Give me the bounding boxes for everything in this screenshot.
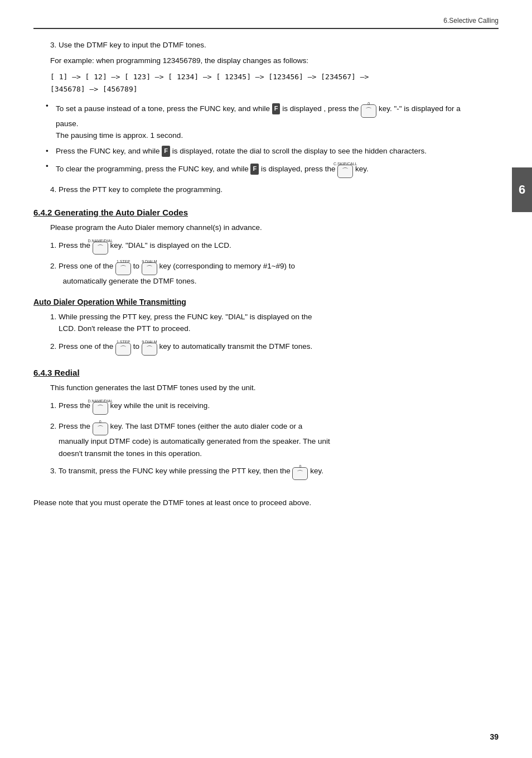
s643-key0b-wrapper: 0⌒ — [292, 467, 308, 480]
ad-dialm-wrapper: 9 DIALM⌒ — [142, 343, 157, 356]
s642-step1: 1. Press the D.NAME/DIAL⌒ key. "DIAL" is… — [33, 237, 476, 255]
cskipcall-top-label: C.SKIP/CALL — [333, 161, 357, 167]
page-header: 6.Selective Calling — [33, 17, 499, 29]
step1-wrapper: 1 STEP⌒ — [115, 262, 131, 275]
section-643-intro: This function generates the last DTMF to… — [33, 382, 476, 394]
s643-dname-label: D.NAME/DIAL — [88, 398, 113, 404]
auto-dialer-heading: Auto Dialer Operation While Transmitting — [33, 298, 476, 306]
s643-dname-wrapper: D.NAME/DIAL⌒ — [93, 402, 108, 415]
step1-btn: 1 STEP⌒ — [115, 262, 131, 275]
bullet2: Press the FUNC key, and while F is displ… — [33, 145, 476, 157]
main-content: 3. Use the DTMF key to input the DTMF to… — [33, 39, 499, 509]
s643-step1: 1. Press the D.NAME/DIAL⌒ key while the … — [33, 397, 476, 415]
ad-step1-wrapper: 1 STEP⌒ — [115, 343, 131, 356]
dialm-btn: 9 DIALM⌒ — [142, 262, 157, 275]
section-642-intro: Please program the Auto Dialer memory ch… — [33, 222, 476, 234]
section-643-heading: 6.4.3 Redial — [33, 368, 476, 377]
step3-example-intro: For example: when programming 123456789,… — [33, 55, 476, 67]
s643-key0-wrapper: 0⌒ — [93, 423, 108, 435]
page-container: 6.Selective Calling 6 3. Use the DTMF ke… — [0, 0, 532, 758]
ad-dialm-label: 9 DIALM — [142, 339, 157, 345]
note-text: Please note that you must operate the DT… — [33, 497, 476, 509]
func-icon-3: F — [250, 164, 259, 175]
ad-step2: 2. Press one of the 1 STEP⌒ to 9 DIALM⌒ … — [33, 338, 476, 356]
step4: 4. Press the PTT key to complete the pro… — [33, 184, 476, 196]
dialm-wrapper: 9 DIALM⌒ — [142, 262, 157, 275]
dname-dial-label: D.NAME/DIAL — [88, 238, 113, 244]
bullet3-text: To clear the programming, press the FUNC… — [56, 165, 369, 173]
cskipcall-btn: C.SKIP/CALL⌒ — [337, 165, 353, 177]
bullet1-text: To set a pause instead of a tone, press … — [56, 104, 461, 140]
ad-step1: 1. While pressing the PTT key, press the… — [33, 311, 476, 335]
s643-dname-btn: D.NAME/DIAL⌒ — [93, 402, 108, 415]
key-0-btn: 0⌒ — [361, 104, 376, 117]
s643-key0b-btn: 0⌒ — [292, 467, 308, 480]
section-tab: 6 — [512, 167, 532, 212]
header-text: 6.Selective Calling — [443, 17, 499, 25]
section-642-heading: 6.4.2 Generating the Auto Dialer Codes — [33, 208, 476, 217]
key0-wrapper: 0⌒ — [361, 104, 376, 117]
s642-step2: 2. Press one of the 1 STEP⌒ to 9 DIALM⌒ … — [33, 258, 476, 287]
bullet2-text: Press the FUNC key, and while F is displ… — [56, 147, 427, 155]
step1-top-label: 1 STEP — [117, 258, 130, 265]
step3-code: [ 1] –> [ 12] –> [ 123] –> [ 1234] –> [ … — [50, 71, 476, 95]
key0-top-label: 0 — [367, 100, 370, 107]
ad-step1-btn: 1 STEP⌒ — [115, 343, 131, 356]
s643-step3: 3. To transmit, press the FUNC key while… — [33, 463, 476, 480]
dname-dial-wrapper: D.NAME/DIAL⌒ — [93, 242, 108, 255]
ad-step1-label: 1 STEP — [117, 339, 130, 345]
s643-key0-top: 0 — [99, 419, 101, 425]
bullet3: To clear the programming, press the FUNC… — [33, 160, 476, 177]
func-icon-2: F — [162, 146, 170, 157]
cskipcall-wrapper: C.SKIP/CALL⌒ — [337, 165, 353, 177]
s643-key0-btn: 0⌒ — [93, 423, 108, 435]
s643-key0b-top: 0 — [299, 463, 301, 469]
dialm-top-label: 9 DIALM — [142, 258, 157, 265]
bullet1: To set a pause instead of a tone, press … — [33, 100, 476, 141]
func-icon-1: F — [272, 103, 280, 114]
page-number: 39 — [490, 732, 499, 741]
dname-dial-btn: D.NAME/DIAL⌒ — [93, 242, 108, 255]
s643-step2: 2. Press the 0⌒ key. The last DTMF tones… — [33, 418, 476, 459]
ad-dialm-btn: 9 DIALM⌒ — [142, 343, 157, 356]
step3-intro: 3. Use the DTMF key to input the DTMF to… — [33, 39, 476, 51]
